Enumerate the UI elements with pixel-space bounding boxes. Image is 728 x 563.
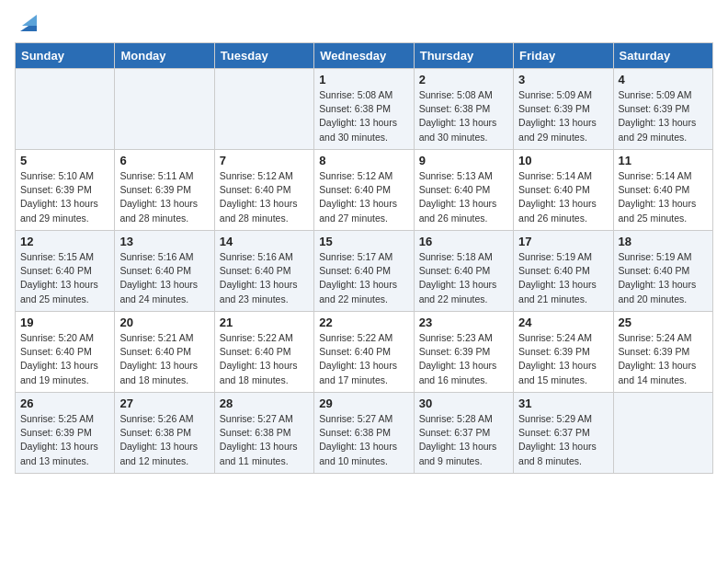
table-row: 19Sunrise: 5:20 AM Sunset: 6:40 PM Dayli… [16, 312, 115, 393]
table-row: 10Sunrise: 5:14 AM Sunset: 6:40 PM Dayli… [514, 150, 613, 231]
calendar-body: 1Sunrise: 5:08 AM Sunset: 6:38 PM Daylig… [16, 69, 713, 474]
day-number: 27 [119, 396, 209, 410]
day-number: 18 [619, 235, 708, 248]
day-info: Sunrise: 5:21 AM Sunset: 6:40 PM Dayligh… [119, 331, 209, 387]
day-number: 17 [518, 235, 608, 248]
table-row: 7Sunrise: 5:12 AM Sunset: 6:40 PM Daylig… [214, 150, 313, 231]
table-row: 3Sunrise: 5:09 AM Sunset: 6:39 PM Daylig… [514, 69, 613, 150]
day-number: 12 [20, 235, 109, 248]
day-number: 1 [319, 73, 408, 86]
day-info: Sunrise: 5:14 AM Sunset: 6:40 PM Dayligh… [518, 169, 608, 225]
day-number: 7 [220, 154, 309, 167]
day-number: 4 [619, 73, 708, 86]
day-info: Sunrise: 5:08 AM Sunset: 6:38 PM Dayligh… [319, 88, 408, 144]
day-number: 19 [20, 316, 109, 329]
day-info: Sunrise: 5:16 AM Sunset: 6:40 PM Dayligh… [119, 250, 209, 306]
col-monday: Monday [115, 43, 214, 69]
day-number: 21 [220, 316, 309, 329]
table-row: 6Sunrise: 5:11 AM Sunset: 6:39 PM Daylig… [115, 150, 214, 231]
day-info: Sunrise: 5:09 AM Sunset: 6:39 PM Dayligh… [619, 88, 708, 144]
table-row [613, 393, 712, 474]
day-info: Sunrise: 5:12 AM Sunset: 6:40 PM Dayligh… [220, 169, 309, 225]
table-row: 21Sunrise: 5:22 AM Sunset: 6:40 PM Dayli… [214, 312, 313, 393]
table-row: 16Sunrise: 5:18 AM Sunset: 6:40 PM Dayli… [414, 231, 513, 312]
table-row: 2Sunrise: 5:08 AM Sunset: 6:38 PM Daylig… [414, 69, 513, 150]
table-row: 23Sunrise: 5:23 AM Sunset: 6:39 PM Dayli… [414, 312, 513, 393]
table-row: 17Sunrise: 5:19 AM Sunset: 6:40 PM Dayli… [514, 231, 613, 312]
day-info: Sunrise: 5:09 AM Sunset: 6:39 PM Dayligh… [518, 88, 608, 144]
table-row: 13Sunrise: 5:16 AM Sunset: 6:40 PM Dayli… [115, 231, 214, 312]
day-info: Sunrise: 5:24 AM Sunset: 6:39 PM Dayligh… [619, 331, 708, 387]
table-row: 29Sunrise: 5:27 AM Sunset: 6:38 PM Dayli… [314, 393, 414, 474]
day-number: 10 [518, 154, 608, 167]
day-number: 5 [20, 154, 109, 167]
table-row: 1Sunrise: 5:08 AM Sunset: 6:38 PM Daylig… [314, 69, 414, 150]
table-row: 27Sunrise: 5:26 AM Sunset: 6:38 PM Dayli… [115, 393, 214, 474]
table-row: 22Sunrise: 5:22 AM Sunset: 6:40 PM Dayli… [314, 312, 414, 393]
table-row [115, 69, 214, 150]
day-info: Sunrise: 5:29 AM Sunset: 6:37 PM Dayligh… [518, 412, 608, 468]
day-number: 11 [619, 154, 708, 167]
table-row: 28Sunrise: 5:27 AM Sunset: 6:38 PM Dayli… [214, 393, 313, 474]
day-number: 31 [518, 396, 608, 410]
day-info: Sunrise: 5:25 AM Sunset: 6:39 PM Dayligh… [20, 412, 109, 468]
day-number: 13 [119, 235, 209, 248]
svg-marker-1 [22, 15, 37, 26]
calendar-header: Sunday Monday Tuesday Wednesday Thursday… [16, 43, 713, 69]
col-thursday: Thursday [414, 43, 513, 69]
day-info: Sunrise: 5:26 AM Sunset: 6:38 PM Dayligh… [119, 412, 209, 468]
day-info: Sunrise: 5:27 AM Sunset: 6:38 PM Dayligh… [220, 412, 309, 468]
day-info: Sunrise: 5:22 AM Sunset: 6:40 PM Dayligh… [220, 331, 309, 387]
day-info: Sunrise: 5:13 AM Sunset: 6:40 PM Dayligh… [419, 169, 508, 225]
day-number: 30 [419, 396, 508, 410]
table-row: 30Sunrise: 5:28 AM Sunset: 6:37 PM Dayli… [414, 393, 513, 474]
day-info: Sunrise: 5:23 AM Sunset: 6:39 PM Dayligh… [419, 331, 508, 387]
table-row: 5Sunrise: 5:10 AM Sunset: 6:39 PM Daylig… [16, 150, 115, 231]
table-row [214, 69, 313, 150]
day-info: Sunrise: 5:19 AM Sunset: 6:40 PM Dayligh… [518, 250, 608, 306]
table-row: 4Sunrise: 5:09 AM Sunset: 6:39 PM Daylig… [613, 69, 712, 150]
table-row: 31Sunrise: 5:29 AM Sunset: 6:37 PM Dayli… [514, 393, 613, 474]
day-number: 6 [119, 154, 209, 167]
day-info: Sunrise: 5:14 AM Sunset: 6:40 PM Dayligh… [619, 169, 708, 225]
day-number: 22 [319, 316, 408, 329]
table-row: 9Sunrise: 5:13 AM Sunset: 6:40 PM Daylig… [414, 150, 513, 231]
table-row: 24Sunrise: 5:24 AM Sunset: 6:39 PM Dayli… [514, 312, 613, 393]
table-row: 18Sunrise: 5:19 AM Sunset: 6:40 PM Dayli… [613, 231, 712, 312]
day-info: Sunrise: 5:19 AM Sunset: 6:40 PM Dayligh… [619, 250, 708, 306]
day-info: Sunrise: 5:16 AM Sunset: 6:40 PM Dayligh… [220, 250, 309, 306]
day-info: Sunrise: 5:18 AM Sunset: 6:40 PM Dayligh… [419, 250, 508, 306]
day-number: 2 [419, 73, 508, 86]
col-sunday: Sunday [16, 43, 115, 69]
table-row: 11Sunrise: 5:14 AM Sunset: 6:40 PM Dayli… [613, 150, 712, 231]
calendar-table: Sunday Monday Tuesday Wednesday Thursday… [15, 42, 713, 474]
day-info: Sunrise: 5:17 AM Sunset: 6:40 PM Dayligh… [319, 250, 408, 306]
day-info: Sunrise: 5:28 AM Sunset: 6:37 PM Dayligh… [419, 412, 508, 468]
day-number: 26 [20, 396, 109, 410]
table-row: 26Sunrise: 5:25 AM Sunset: 6:39 PM Dayli… [16, 393, 115, 474]
day-number: 23 [419, 316, 508, 329]
logo-icon [17, 11, 40, 35]
day-info: Sunrise: 5:12 AM Sunset: 6:40 PM Dayligh… [319, 169, 408, 225]
day-info: Sunrise: 5:20 AM Sunset: 6:40 PM Dayligh… [20, 331, 109, 387]
table-row: 25Sunrise: 5:24 AM Sunset: 6:39 PM Dayli… [613, 312, 712, 393]
day-number: 20 [119, 316, 209, 329]
day-number: 29 [319, 396, 408, 410]
day-info: Sunrise: 5:27 AM Sunset: 6:38 PM Dayligh… [319, 412, 408, 468]
day-number: 9 [419, 154, 508, 167]
logo [15, 15, 40, 31]
day-number: 28 [220, 396, 309, 410]
table-row: 15Sunrise: 5:17 AM Sunset: 6:40 PM Dayli… [314, 231, 414, 312]
day-info: Sunrise: 5:08 AM Sunset: 6:38 PM Dayligh… [419, 88, 508, 144]
col-wednesday: Wednesday [314, 43, 414, 69]
table-row: 14Sunrise: 5:16 AM Sunset: 6:40 PM Dayli… [214, 231, 313, 312]
table-row: 12Sunrise: 5:15 AM Sunset: 6:40 PM Dayli… [16, 231, 115, 312]
day-info: Sunrise: 5:10 AM Sunset: 6:39 PM Dayligh… [20, 169, 109, 225]
day-number: 15 [319, 235, 408, 248]
day-info: Sunrise: 5:15 AM Sunset: 6:40 PM Dayligh… [20, 250, 109, 306]
col-saturday: Saturday [613, 43, 712, 69]
day-number: 3 [518, 73, 608, 86]
page-header [15, 15, 713, 31]
day-info: Sunrise: 5:24 AM Sunset: 6:39 PM Dayligh… [518, 331, 608, 387]
day-number: 24 [518, 316, 608, 329]
